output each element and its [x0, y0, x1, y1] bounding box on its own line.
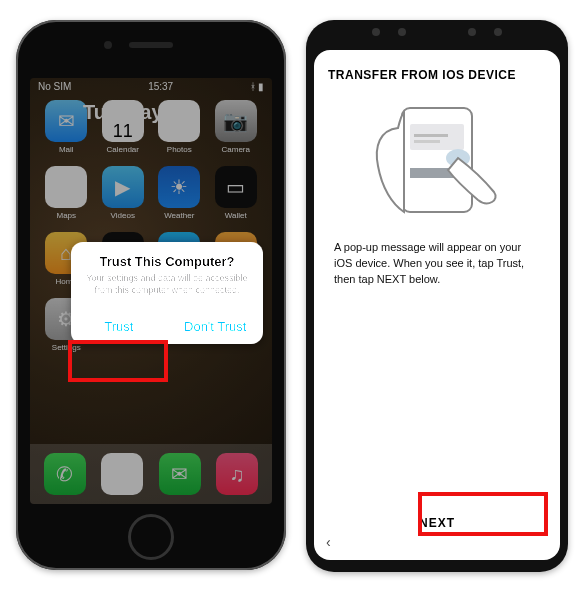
next-button[interactable]: NEXT [314, 502, 560, 544]
weather-icon: ☀ [158, 166, 200, 208]
app-weather[interactable]: ☀Weather [155, 166, 204, 220]
phone-icon[interactable]: ✆ [44, 453, 86, 495]
hand-tap-illustration-icon [362, 100, 512, 220]
videos-icon: ▶ [102, 166, 144, 208]
page-title: TRANSFER FROM IOS DEVICE [314, 50, 560, 96]
svg-rect-3 [414, 140, 440, 143]
app-label: Maps [42, 211, 91, 220]
status-icons: ᚼ ▮ [250, 81, 264, 92]
wallet-icon: ▭ [215, 166, 257, 208]
app-label: Mail [42, 145, 91, 154]
calendar-icon: Tuesday11 [102, 100, 144, 142]
home-row-1: ✉MailTuesday11Calendar✿Photos📷Camera [30, 94, 272, 160]
iphone-front-camera [104, 41, 112, 49]
safari-icon[interactable]: ◎ [101, 453, 143, 495]
samsung-screen: TRANSFER FROM IOS DEVICE A pop-up messag… [314, 50, 560, 560]
trust-popup: Trust This Computer? Your settings and d… [71, 242, 263, 344]
home-button[interactable] [128, 514, 174, 560]
bluetooth-icon: ᚼ [250, 81, 256, 92]
app-label: Weather [155, 211, 204, 220]
camera-icon: 📷 [215, 100, 257, 142]
app-label: Photos [155, 145, 204, 154]
popup-title: Trust This Computer? [71, 242, 263, 273]
app-label: Wallet [212, 211, 261, 220]
illustration [314, 96, 560, 230]
iphone-speaker [129, 42, 173, 48]
battery-icon: ▮ [258, 81, 264, 92]
home-row-2: ➤Maps▶Videos☀Weather▭Wallet [30, 160, 272, 226]
app-camera[interactable]: 📷Camera [212, 100, 261, 154]
app-label: Camera [212, 145, 261, 154]
app-wallet[interactable]: ▭Wallet [212, 166, 261, 220]
iphone-device-frame: No SIM 15:37 ᚼ ▮ ✉MailTuesday11Calendar✿… [16, 20, 286, 570]
maps-icon: ➤ [45, 166, 87, 208]
instruction-text: A pop-up message will appear on your iOS… [314, 230, 560, 288]
app-photos[interactable]: ✿Photos [155, 100, 204, 154]
svg-rect-2 [414, 134, 448, 137]
popup-body: Your settings and data will be accessibl… [71, 273, 263, 308]
dont-trust-button[interactable]: Don't Trust [167, 309, 264, 344]
app-maps[interactable]: ➤Maps [42, 166, 91, 220]
music-icon[interactable]: ♫ [216, 453, 258, 495]
photos-icon: ✿ [158, 100, 200, 142]
samsung-device-frame: TRANSFER FROM IOS DEVICE A pop-up messag… [306, 20, 568, 572]
iphone-dock: ✆◎✉♫ [30, 444, 272, 504]
mail-icon: ✉ [45, 100, 87, 142]
app-label: Videos [99, 211, 148, 220]
messages-icon[interactable]: ✉ [159, 453, 201, 495]
back-button[interactable]: ‹ [326, 534, 331, 550]
app-calendar[interactable]: Tuesday11Calendar [99, 100, 148, 154]
carrier-label: No SIM [38, 81, 71, 92]
trust-button[interactable]: Trust [71, 309, 167, 344]
app-videos[interactable]: ▶Videos [99, 166, 148, 220]
popup-buttons: Trust Don't Trust [71, 308, 263, 344]
clock-label: 15:37 [148, 81, 173, 92]
status-bar: No SIM 15:37 ᚼ ▮ [30, 78, 272, 94]
samsung-sensors [306, 28, 568, 44]
app-label: Calendar [99, 145, 148, 154]
app-label: Settings [42, 343, 91, 352]
